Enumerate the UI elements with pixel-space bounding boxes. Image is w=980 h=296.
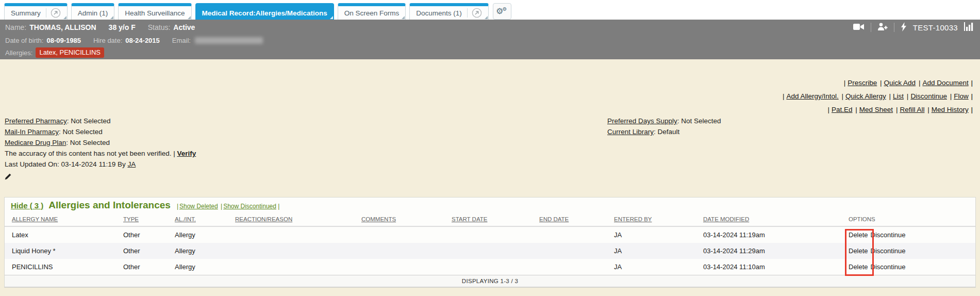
allergies-table: ALLERGY NAME TYPE AL./INT. REACTION/REAS… xyxy=(5,213,975,275)
tab-label: Admin (1) xyxy=(78,9,108,17)
video-call-icon[interactable] xyxy=(853,23,865,32)
tab-medical-record-allergies-medications[interactable]: Medical Record:Allergies/Medications xyxy=(195,3,334,20)
medicare-drug-plan-link[interactable]: Medicare Drug Plan xyxy=(5,139,66,146)
supply-info: Preferred Days SupplyNot Selected Curren… xyxy=(607,116,721,137)
tab-on-screen-forms[interactable]: On Screen Forms xyxy=(338,3,406,20)
cell-al-int: Allergy xyxy=(168,259,228,275)
tab-summary[interactable]: Summary xyxy=(4,3,68,20)
table-header-row: ALLERGY NAME TYPE AL./INT. REACTION/REAS… xyxy=(5,213,975,226)
verify-link[interactable]: Verify xyxy=(177,150,196,157)
cell-start-date xyxy=(444,226,532,243)
cell-end-date xyxy=(532,226,607,243)
cell-entered-by: JA xyxy=(607,243,696,259)
patient-dob: 08-09-1985 xyxy=(46,37,81,44)
med-sheet-link[interactable]: Med Sheet xyxy=(855,106,893,113)
cell-start-date xyxy=(444,259,532,275)
preferred-pharmacy-line: Preferred PharmacyNot Selected xyxy=(5,116,196,126)
col-end-date[interactable]: END DATE xyxy=(539,216,569,222)
cell-entered-by: JA xyxy=(607,226,696,243)
preferred-pharmacy-link[interactable]: Preferred Pharmacy xyxy=(5,117,67,125)
status-label: Status: xyxy=(148,23,171,31)
cell-reaction xyxy=(228,226,354,243)
discontinue-row-link[interactable]: Discontinue xyxy=(871,231,906,239)
col-entered-by[interactable]: ENTERED BY xyxy=(614,216,652,222)
open-in-new-icon[interactable] xyxy=(51,8,61,18)
col-type[interactable]: TYPE xyxy=(123,216,139,222)
last-updated-text: Last Updated On: 03-14-2024 11:19 By xyxy=(5,160,126,168)
table-pagination: DISPLAYING 1-3 / 3 xyxy=(5,275,975,287)
current-library-link[interactable]: Current Library xyxy=(607,128,654,136)
allergies-badge[interactable]: Latex, PENICILLINS xyxy=(36,47,104,58)
cell-allergy-name: Liquid Honey * xyxy=(5,243,116,259)
col-date-modified[interactable]: DATE MODIFIED xyxy=(703,216,749,222)
delete-link[interactable]: Delete xyxy=(849,247,868,255)
col-start-date[interactable]: START DATE xyxy=(452,216,487,222)
tab-divider xyxy=(46,8,46,18)
cell-reaction xyxy=(228,243,354,259)
hire-date-label: Hire date: xyxy=(93,37,122,44)
medicare-drug-plan-line: Medicare Drug PlanNot Selected xyxy=(5,137,196,148)
add-user-icon[interactable] xyxy=(877,22,888,32)
col-al-int[interactable]: AL./INT. xyxy=(175,216,196,222)
hide-link[interactable]: Hide ( 3 ) xyxy=(11,201,43,210)
allergies-section-header: Hide ( 3 ) Allergies and Intolerances Sh… xyxy=(5,198,975,212)
action-links: Prescribe Quick Add Add Document Add All… xyxy=(782,76,973,117)
show-deleted-link[interactable]: Show Deleted xyxy=(176,203,218,210)
tab-label: Health Surveillance xyxy=(125,9,185,17)
open-in-new-icon[interactable] xyxy=(472,8,482,18)
col-reaction-reason[interactable]: REACTION/REASON xyxy=(235,216,292,222)
quick-allergy-link[interactable]: Quick Allergy xyxy=(842,92,886,100)
cell-end-date xyxy=(532,259,607,275)
medicare-drug-plan-value: Not Selected xyxy=(70,139,110,146)
discontinue-link[interactable]: Discontinue xyxy=(907,92,947,100)
cell-reaction xyxy=(228,259,354,275)
cell-al-int: Allergy xyxy=(168,226,228,243)
prescribe-link[interactable]: Prescribe xyxy=(844,79,877,87)
allergies-panel: Hide ( 3 ) Allergies and Intolerances Sh… xyxy=(4,197,976,288)
name-label: Name: xyxy=(5,23,26,31)
cell-type: Other xyxy=(116,259,168,275)
bar-chart-icon[interactable] xyxy=(964,22,974,32)
tab-label: On Screen Forms xyxy=(344,9,400,17)
verify-line: The accuracy of this content has not yet… xyxy=(5,148,196,159)
refill-all-link[interactable]: Refill All xyxy=(896,106,925,113)
mail-in-pharmacy-link[interactable]: Mail-In Pharmacy xyxy=(5,128,59,136)
discontinue-row-link[interactable]: Discontinue xyxy=(871,263,906,271)
settings-button[interactable]: ⚙⚙ xyxy=(493,3,511,20)
gears-icon: ⚙⚙ xyxy=(496,7,508,16)
lightning-icon[interactable] xyxy=(901,22,907,33)
add-allergy-intol-link[interactable]: Add Allergy/Intol. xyxy=(783,92,839,100)
cell-entered-by: JA xyxy=(607,259,696,275)
flow-link[interactable]: Flow xyxy=(950,92,969,100)
cell-type: Other xyxy=(116,243,168,259)
delete-link[interactable]: Delete xyxy=(849,231,868,239)
edit-icon[interactable] xyxy=(5,172,11,183)
col-allergy-name[interactable]: ALLERGY NAME xyxy=(12,216,58,222)
cell-comments xyxy=(354,226,444,243)
mail-in-pharmacy-line: Mail-In PharmacyNot Selected xyxy=(5,126,196,137)
med-history-link[interactable]: Med History xyxy=(927,106,969,113)
cell-allergy-name: PENICILLINS xyxy=(5,259,116,275)
add-document-link[interactable]: Add Document xyxy=(919,79,969,87)
last-updated-by-link[interactable]: JA xyxy=(127,160,136,168)
col-options: OPTIONS xyxy=(849,216,875,222)
preferred-days-supply-link[interactable]: Preferred Days Supply xyxy=(607,117,677,125)
patient-name: THOMAS, ALLISON xyxy=(29,23,96,31)
allergies-label: Allergies: xyxy=(5,49,32,57)
cell-date-modified: 03-14-2024 11:29am xyxy=(696,243,841,259)
action-links-row-1: Prescribe Quick Add Add Document xyxy=(782,76,973,90)
current-library-line: Current LibraryDefault xyxy=(607,126,721,137)
tab-documents[interactable]: Documents (1) xyxy=(409,3,489,20)
tab-admin[interactable]: Admin (1) xyxy=(71,3,115,20)
list-link[interactable]: List xyxy=(889,92,904,100)
col-comments[interactable]: COMMENTS xyxy=(361,216,396,222)
show-links: Show Deleted Show Discontinued xyxy=(176,203,280,210)
quick-add-link[interactable]: Quick Add xyxy=(880,79,916,87)
delete-link[interactable]: Delete xyxy=(849,263,868,271)
show-discontinued-link[interactable]: Show Discontinued xyxy=(220,203,276,210)
pat-ed-link[interactable]: Pat.Ed xyxy=(828,106,853,113)
cell-al-int: Allergy xyxy=(168,243,228,259)
tab-health-surveillance[interactable]: Health Surveillance xyxy=(118,3,191,20)
tab-bar: Summary Admin (1) Health Surveillance Me… xyxy=(0,0,980,20)
discontinue-row-link[interactable]: Discontinue xyxy=(871,247,906,255)
